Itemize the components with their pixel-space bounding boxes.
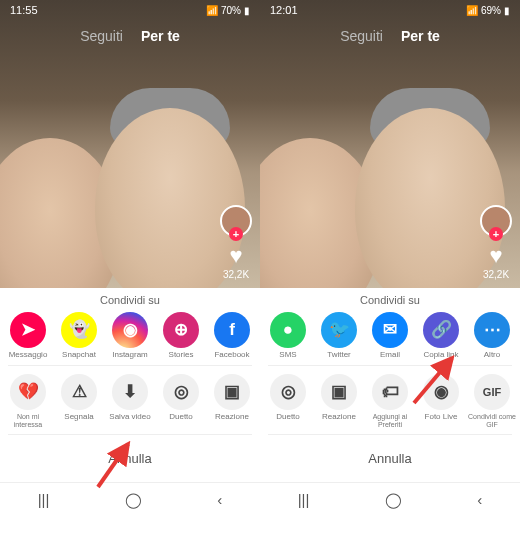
email-icon: ✉ [372,312,408,348]
share-item-non-mi-interessa[interactable]: 💔Non mi interessa [4,374,52,428]
share-item-duetto2[interactable]: ◎Duetto [264,374,312,428]
like-button[interactable]: ♥ 32,2K [223,245,249,280]
avatar[interactable] [480,205,512,237]
share-item-duetto[interactable]: ◎Duetto [157,374,205,428]
right-rail: ♥ 32,2K [480,205,512,280]
share-item-label: Altro [484,351,500,359]
signal-icon: 📶 [466,5,478,16]
divider [8,434,252,435]
share-item-stories[interactable]: ⊕Stories [157,312,205,359]
share-item-reazione[interactable]: ▣Reazione [208,374,256,428]
heart-icon: ♥ [229,245,242,267]
share-item-preferiti[interactable]: 🏷Aggiungi ai Preferiti [366,374,414,428]
phone-left: 11:55 📶 70% ▮ Seguiti Per te ♥ 32,2K Con… [0,0,260,552]
share-item-foto-live[interactable]: ◉Foto Live [417,374,465,428]
share-row-actions[interactable]: ◎Duetto▣Reazione🏷Aggiungi ai Preferiti◉F… [260,372,520,428]
tab-following[interactable]: Seguiti [340,28,383,44]
reazione2-icon: ▣ [321,374,357,410]
share-item-salva-video[interactable]: ⬇Salva video [106,374,154,428]
heart-icon: ♥ [489,245,502,267]
share-item-facebook[interactable]: fFacebook [208,312,256,359]
non-mi-interessa-icon: 💔 [10,374,46,410]
share-item-gif[interactable]: GIFCondividi come GIF [468,374,516,428]
battery-icon: ▮ [504,5,510,16]
share-item-sms[interactable]: ●SMS [264,312,312,359]
status-bar: 11:55 📶 70% ▮ [0,0,260,20]
video-area[interactable]: 11:55 📶 70% ▮ Seguiti Per te ♥ 32,2K [0,0,260,288]
share-item-label: Non mi interessa [4,413,52,428]
status-icons: 📶 70% ▮ [206,5,250,16]
video-area[interactable]: 12:01 📶 69% ▮ Seguiti Per te ♥ 32,2K [260,0,520,288]
phone-right: 12:01 📶 69% ▮ Seguiti Per te ♥ 32,2K Con… [260,0,520,552]
instagram-icon: ◉ [112,312,148,348]
like-button[interactable]: ♥ 32,2K [483,245,509,280]
share-item-label: Stories [169,351,194,359]
like-count: 32,2K [223,269,249,280]
nav-home[interactable]: ◯ [385,491,402,509]
avatar[interactable] [220,205,252,237]
divider [8,365,252,366]
nav-back[interactable]: ‹ [477,491,482,508]
signal-icon: 📶 [206,5,218,16]
share-item-altro[interactable]: ⋯Altro [468,312,516,359]
share-item-messaggio[interactable]: ➤Messaggio [4,312,52,359]
share-title: Condividi su [0,294,260,306]
status-icons: 📶 69% ▮ [466,5,510,16]
share-item-label: Snapchat [62,351,96,359]
share-item-email[interactable]: ✉Email [366,312,414,359]
share-item-label: Email [380,351,400,359]
preferiti-icon: 🏷 [372,374,408,410]
share-row-actions[interactable]: 💔Non mi interessa⚠Segnala⬇Salva video◎Du… [0,372,260,428]
share-item-instagram[interactable]: ◉Instagram [106,312,154,359]
share-item-label: Duetto [276,413,300,421]
battery-label: 69% [481,5,501,16]
salva-video-icon: ⬇ [112,374,148,410]
share-item-label: SMS [279,351,296,359]
share-item-label: Messaggio [9,351,48,359]
share-sheet: Condividi su ●SMS🐦Twitter✉Email🔗Copia li… [260,288,520,482]
share-item-segnala[interactable]: ⚠Segnala [55,374,103,428]
share-item-label: Reazione [322,413,356,421]
share-item-copia-link[interactable]: 🔗Copia link [417,312,465,359]
duetto2-icon: ◎ [270,374,306,410]
nav-recents[interactable]: ||| [298,491,310,508]
reazione-icon: ▣ [214,374,250,410]
cancel-button[interactable]: Annulla [260,441,520,480]
share-item-label: Instagram [112,351,148,359]
altro-icon: ⋯ [474,312,510,348]
status-bar: 12:01 📶 69% ▮ [260,0,520,20]
share-row-apps[interactable]: ➤Messaggio👻Snapchat◉Instagram⊕StoriesfFa… [0,310,260,359]
share-sheet: Condividi su ➤Messaggio👻Snapchat◉Instagr… [0,288,260,482]
messaggio-icon: ➤ [10,312,46,348]
divider [268,434,512,435]
share-row-apps[interactable]: ●SMS🐦Twitter✉Email🔗Copia link⋯Altro [260,310,520,359]
share-item-twitter[interactable]: 🐦Twitter [315,312,363,359]
share-item-label: Copia link [423,351,458,359]
share-item-label: Condividi come GIF [468,413,516,428]
nav-recents[interactable]: ||| [38,491,50,508]
nav-home[interactable]: ◯ [125,491,142,509]
clock: 12:01 [270,4,298,16]
share-item-reazione2[interactable]: ▣Reazione [315,374,363,428]
battery-label: 70% [221,5,241,16]
divider [268,365,512,366]
foto-live-icon: ◉ [423,374,459,410]
gif-icon: GIF [474,374,510,410]
duetto-icon: ◎ [163,374,199,410]
share-item-snapchat[interactable]: 👻Snapchat [55,312,103,359]
twitter-icon: 🐦 [321,312,357,348]
tab-foryou[interactable]: Per te [401,28,440,44]
tab-foryou[interactable]: Per te [141,28,180,44]
share-item-label: Facebook [214,351,249,359]
tab-following[interactable]: Seguiti [80,28,123,44]
share-title: Condividi su [260,294,520,306]
cancel-button[interactable]: Annulla [0,441,260,480]
battery-icon: ▮ [244,5,250,16]
feed-tabs: Seguiti Per te [260,28,520,44]
share-item-label: Reazione [215,413,249,421]
share-item-label: Salva video [109,413,150,421]
share-item-label: Foto Live [425,413,458,421]
segnala-icon: ⚠ [61,374,97,410]
right-rail: ♥ 32,2K [220,205,252,280]
nav-back[interactable]: ‹ [217,491,222,508]
